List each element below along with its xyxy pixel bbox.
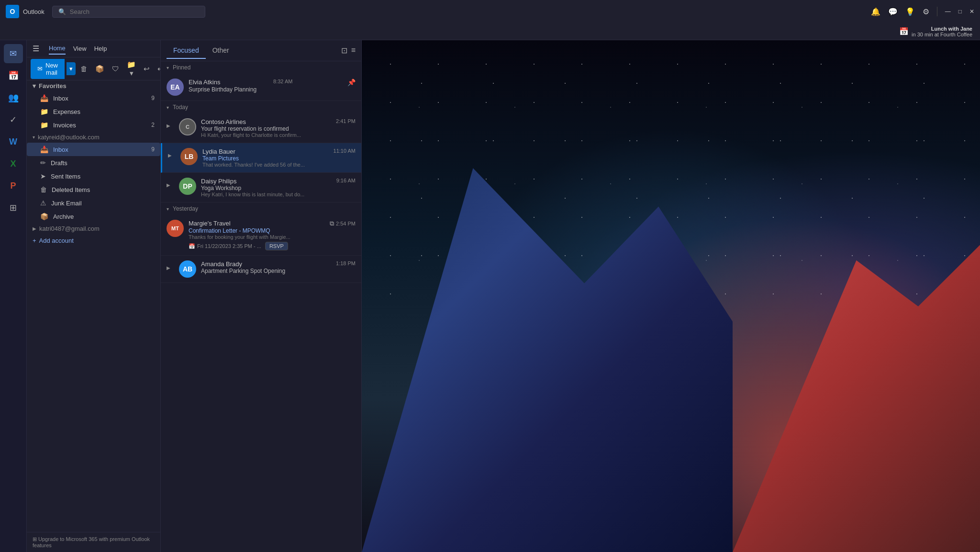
search-placeholder: Search: [70, 8, 89, 15]
rail-calendar[interactable]: 📅: [4, 66, 23, 85]
tab-other[interactable]: Other: [206, 43, 236, 59]
notification-item[interactable]: Lunch with Jane in 30 min at Fourth Coff…: [912, 26, 972, 37]
avatar: MT: [167, 220, 184, 237]
lightbulb-icon[interactable]: 💡: [905, 7, 915, 16]
email-sender: Lydia Bauer: [202, 148, 235, 155]
rail-grid[interactable]: ⊞: [4, 198, 23, 217]
email-content: Daisy Philips 9:16 AM Yoga Workshop Hey …: [201, 178, 356, 197]
chat-icon[interactable]: 💬: [888, 7, 898, 16]
email-sender: Margie's Travel: [189, 220, 231, 227]
sidebar-item-inbox[interactable]: 📥 Inbox 9: [27, 143, 160, 156]
rail-todo[interactable]: ✓: [4, 110, 23, 129]
nav-home[interactable]: Home: [49, 43, 66, 55]
delete-button[interactable]: 🗑: [78, 63, 90, 75]
inbox-badge: 9: [145, 146, 155, 153]
yesterday-section[interactable]: ▾ Yesterday: [161, 203, 361, 215]
sidebar-item-archive[interactable]: 📦 Archive: [27, 210, 160, 223]
nav-view[interactable]: View: [73, 43, 87, 54]
notification-icon[interactable]: 🔔: [871, 7, 880, 16]
favorites-label: Favorites: [39, 82, 67, 90]
favorites-collapse-icon: ▾: [33, 82, 36, 90]
expand-button[interactable]: ▶: [167, 265, 174, 270]
rail-word[interactable]: W: [4, 132, 23, 151]
expand-button[interactable]: ▶: [168, 153, 176, 158]
hamburger-menu[interactable]: ☰: [33, 44, 39, 53]
pinned-label: Pinned: [173, 64, 190, 71]
email-item[interactable]: MT Margie's Travel ⧉ 2:54 PM Confirmatio…: [161, 215, 361, 256]
email-item[interactable]: ▶ C Contoso Airlines 2:41 PM Your flight…: [161, 113, 361, 143]
inbox2-icon: 📥: [40, 146, 48, 153]
email-item[interactable]: ▶ DP Daisy Philips 9:16 AM Yoga Workshop…: [161, 173, 361, 203]
rail-powerpoint[interactable]: P: [4, 176, 23, 195]
rail-people[interactable]: 👥: [4, 88, 23, 107]
email-subject: Your flight reservation is confirmed: [201, 125, 356, 132]
sidebar-item-invoices[interactable]: 📁 Invoices 2: [27, 118, 160, 132]
sidebar-item-junk[interactable]: ⚠ Junk Email: [27, 196, 160, 210]
minimize-button[interactable]: —: [945, 8, 951, 15]
split-view-icon[interactable]: ⊡: [341, 46, 347, 55]
email-content: Amanda Brady 1:18 PM Apartment Parking S…: [201, 260, 356, 274]
avatar: DP: [179, 178, 196, 195]
account2-section[interactable]: ▶ katri0487@gmail.com: [27, 223, 160, 234]
new-mail-button[interactable]: ✉ New mail: [31, 59, 65, 79]
reply-button[interactable]: ↩: [141, 63, 153, 75]
email-item[interactable]: ▶ LB Lydia Bauer 11:10 AM Team Pictures …: [161, 143, 361, 173]
sidebar-item-drafts[interactable]: ✏ Drafts: [27, 156, 160, 169]
email-content: Margie's Travel ⧉ 2:54 PM Confirmation L…: [189, 220, 356, 250]
rsvp-button[interactable]: RSVP: [265, 242, 288, 250]
email-sender: Elvia Atkins: [189, 79, 220, 86]
search-bar[interactable]: 🔍 Search: [52, 6, 205, 18]
upgrade-footer[interactable]: ⊞ Upgrade to Microsoft 365 with premium …: [27, 532, 160, 552]
rail-mail[interactable]: ✉: [4, 44, 23, 63]
settings-icon[interactable]: ⚙: [923, 7, 929, 16]
sidebar-item-expenses[interactable]: 📁 Expenses: [27, 105, 160, 118]
email-item[interactable]: ▶ AB Amanda Brady 1:18 PM Apartment Park…: [161, 256, 361, 283]
rsvp-section: 📅 Fri 11/22/2023 2:35 PM - ... RSVP: [189, 242, 356, 250]
notification-bar: 📅 Lunch with Jane in 30 min at Fourth Co…: [0, 23, 980, 40]
favorites-section[interactable]: ▾ Favorites: [27, 80, 160, 91]
filter-icon[interactable]: ≡: [351, 46, 356, 55]
upgrade-text: Upgrade to Microsoft 365 with premium Ou…: [33, 536, 150, 548]
inbox-fav-badge: 9: [145, 95, 155, 101]
today-section[interactable]: ▾ Today: [161, 101, 361, 113]
expand-button[interactable]: ▶: [167, 182, 174, 188]
sidebar-item-inbox-fav[interactable]: 📥 Inbox 9: [27, 91, 160, 105]
pin-icon: 📌: [347, 79, 356, 86]
email-subject: Surprise Birthday Planning: [189, 86, 356, 93]
title-bar: O Outlook 🔍 Search 🔔 💬 💡 ⚙ — □ ✕: [0, 0, 980, 23]
expand-button[interactable]: ▶: [167, 123, 174, 128]
archive-button[interactable]: 📦: [92, 63, 107, 75]
drafts-label: Drafts: [51, 159, 67, 167]
email-content: Lydia Bauer 11:10 AM Team Pictures That …: [202, 148, 356, 168]
rail-excel[interactable]: X: [4, 154, 23, 173]
notif-subtitle: in 30 min at Fourth Coffee: [912, 32, 972, 37]
flag-button[interactable]: 🛡: [109, 63, 122, 75]
invoices-label: Invoices: [53, 122, 76, 129]
reply-all-button[interactable]: ↩↩: [155, 63, 161, 75]
drafts-icon: ✏: [40, 159, 46, 167]
inbox-icon: 📥: [40, 94, 48, 102]
new-mail-label: New mail: [45, 62, 58, 76]
add-account-btn[interactable]: + Add account: [27, 234, 160, 247]
add-account-label: Add account: [39, 237, 74, 244]
tab-focused[interactable]: Focused: [167, 43, 206, 59]
archive-icon: 📦: [40, 213, 48, 220]
account1-name: katyreid@outlook.com: [38, 134, 100, 141]
sidebar: ☰ Home View Help ✉ New mail ▾ 🗑 📦 🛡 📁▾ ↩…: [27, 40, 161, 552]
avatar: EA: [167, 79, 184, 96]
maximize-button[interactable]: □: [958, 8, 962, 15]
email-time: 9:16 AM: [336, 178, 356, 183]
account1-section[interactable]: ▾ katyreid@outlook.com: [27, 132, 160, 143]
new-mail-dropdown-button[interactable]: ▾: [67, 62, 76, 75]
pinned-section[interactable]: ▾ Pinned: [161, 61, 361, 74]
close-button[interactable]: ✕: [969, 8, 974, 15]
sidebar-item-deleted[interactable]: 🗑 Deleted Items: [27, 183, 160, 196]
email-item[interactable]: EA Elvia Atkins 8:32 AM 📌 Surprise Birth…: [161, 74, 361, 101]
move-button[interactable]: 📁▾: [124, 58, 139, 79]
sidebar-item-sent[interactable]: ➤ Sent Items: [27, 169, 160, 183]
email-time: 11:10 AM: [334, 148, 356, 154]
nav-help[interactable]: Help: [94, 43, 107, 54]
yesterday-chevron: ▾: [167, 206, 169, 212]
inbox-fav-label: Inbox: [53, 95, 68, 102]
email-time: 2:54 PM: [336, 221, 356, 226]
